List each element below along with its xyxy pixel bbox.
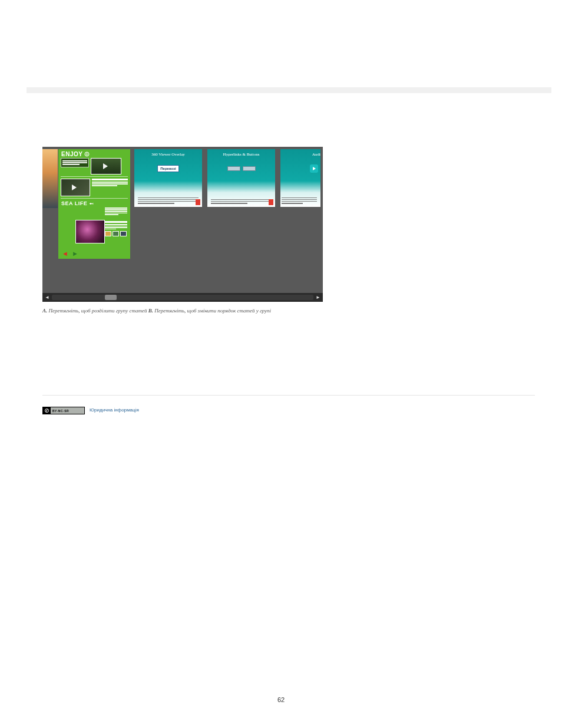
sealife-label: SEA LIFE xyxy=(61,200,87,206)
tp1-title: 360 Viewer Overlay xyxy=(134,149,202,157)
teal-page-audio[interactable]: Audi xyxy=(280,149,320,207)
cityscape-thumb xyxy=(42,149,58,208)
tp3-title: Audi xyxy=(280,149,320,157)
adobe-logo-icon xyxy=(269,199,273,205)
divider xyxy=(42,395,535,396)
sample-button-2 xyxy=(243,166,256,171)
header-strip xyxy=(27,87,551,93)
globe-icon xyxy=(84,151,90,157)
scroll-track[interactable] xyxy=(52,295,313,300)
content-viewer-figure: A B ENJOY xyxy=(42,147,323,302)
adobe-logo-icon xyxy=(196,199,200,205)
horizontal-scrollbar[interactable]: ◄ ► xyxy=(42,293,323,302)
tp1-box: Перевозі xyxy=(157,165,179,172)
figure-caption: A. Перетягніть, щоб розділити групу стат… xyxy=(42,308,271,314)
cc-license-badge[interactable]: BY-NC-SR xyxy=(42,407,85,414)
document-page: A B ENJOY xyxy=(0,0,562,728)
green-article-page[interactable]: ENJOY xyxy=(58,149,130,259)
page-number: 62 xyxy=(0,696,562,703)
viewer-area: ENJOY xyxy=(42,147,323,302)
caption-a-text: Перетягніть, щоб розділити групу статей xyxy=(47,308,148,314)
scroll-right-icon[interactable]: ► xyxy=(316,295,320,300)
scroll-left-icon[interactable]: ◄ xyxy=(45,295,49,300)
sample-button-1 xyxy=(227,166,240,171)
teal-page-360[interactable]: 360 Viewer Overlay Перевозі xyxy=(134,149,202,207)
page-nav-arrows[interactable]: ◄ ► xyxy=(62,250,78,257)
cc-label: BY-NC-SR xyxy=(51,409,69,413)
green-title-sealife: SEA LIFE xyxy=(58,200,130,206)
prev-arrow-icon[interactable]: ◄ xyxy=(62,250,68,257)
caption-b-label: B. xyxy=(148,308,153,314)
caption-b-text: Перетягніть, щоб змінити порядок статей … xyxy=(153,308,271,314)
green-title-enjoy: ENJOY xyxy=(58,149,130,157)
tp2-title: Hyperlinks & Buttons xyxy=(207,149,275,157)
scroll-thumb[interactable] xyxy=(105,295,117,300)
sealife-thumb xyxy=(75,220,105,243)
teal-page-hyperlinks[interactable]: Hyperlinks & Buttons xyxy=(207,149,275,207)
fish-icon xyxy=(89,201,94,206)
legal-info-link[interactable]: Юридична інформація xyxy=(90,407,139,413)
cc-icon xyxy=(43,407,51,414)
enjoy-label: ENJOY xyxy=(61,151,82,157)
play-icon xyxy=(310,164,318,173)
next-arrow-icon[interactable]: ► xyxy=(72,250,78,257)
